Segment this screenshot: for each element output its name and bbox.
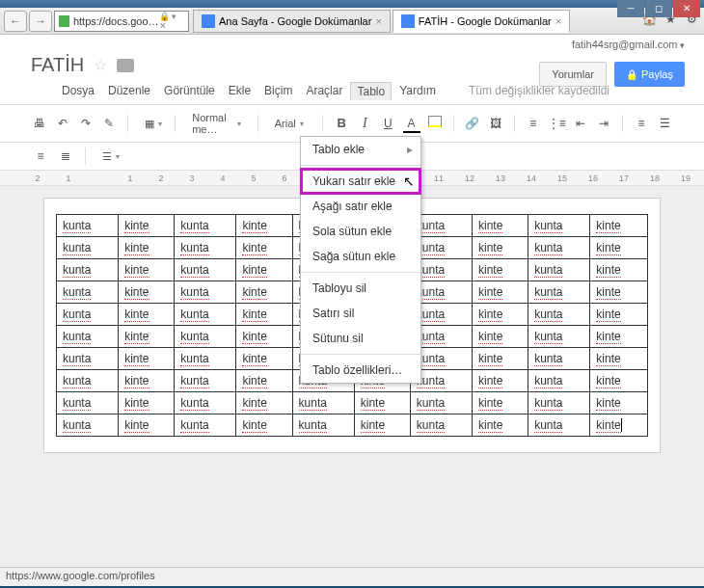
table-cell[interactable]: kunta <box>57 414 119 437</box>
paint-format-icon[interactable]: ✎ <box>100 114 118 133</box>
table-cell[interactable]: kunta <box>175 370 236 392</box>
font-select[interactable]: Arial <box>268 115 313 132</box>
menu-item[interactable]: Satırı sil <box>301 301 420 326</box>
window-close[interactable]: ✕ <box>673 0 700 17</box>
table-cell[interactable]: kunta <box>528 370 590 392</box>
table-cell[interactable]: kinte <box>119 215 175 237</box>
table-cell[interactable]: kinte <box>236 237 292 259</box>
table-cell[interactable]: kunta <box>57 370 119 392</box>
table-cell[interactable]: kinte <box>590 237 648 259</box>
image-icon[interactable]: 🖼 <box>487 114 504 133</box>
table-cell[interactable]: kunta <box>175 326 236 348</box>
table-cell[interactable]: kinte <box>590 370 648 392</box>
table-cell[interactable]: kunta <box>57 392 119 414</box>
table-cell[interactable]: kinte <box>473 326 528 348</box>
table-cell[interactable]: kunta <box>292 414 354 437</box>
table-cell[interactable]: kunta <box>175 304 236 326</box>
document-title[interactable]: FATİH <box>31 54 84 76</box>
menu-item[interactable]: Tablo ekle <box>301 137 420 162</box>
table-cell[interactable]: kinte <box>354 414 410 437</box>
menu-ekle[interactable]: Ekle <box>229 84 251 98</box>
table-cell[interactable]: kunta <box>528 392 590 414</box>
browser-tab[interactable]: FATİH - Google Dokümanlar× <box>393 10 570 33</box>
table-cell[interactable]: kinte <box>119 392 175 414</box>
menu-araçlar[interactable]: Araçlar <box>306 84 342 98</box>
table-cell[interactable]: kinte <box>236 281 292 304</box>
table-cell[interactable]: kunta <box>528 215 590 237</box>
table-cell[interactable]: kinte <box>119 259 175 281</box>
print-icon[interactable]: 🖶 <box>31 114 48 133</box>
nav-forward[interactable]: → <box>29 11 52 32</box>
table-cell[interactable]: kinte <box>119 348 175 370</box>
table-cell[interactable]: kinte <box>590 281 648 304</box>
outdent-icon[interactable]: ⇤ <box>572 114 589 133</box>
table-cell[interactable]: kunta <box>57 326 119 348</box>
table-cell[interactable]: kunta <box>175 237 236 259</box>
table-cell[interactable]: kinte <box>473 414 528 437</box>
table-cell[interactable]: kinte <box>590 326 648 348</box>
table-cell[interactable]: kinte <box>119 304 175 326</box>
menu-dosya[interactable]: Dosya <box>62 84 95 98</box>
star-icon[interactable]: ☆ <box>94 56 107 74</box>
table-cell[interactable]: kinte <box>236 304 292 326</box>
table-cell[interactable]: kunta <box>175 392 236 414</box>
menu-biçim[interactable]: Biçim <box>264 84 292 98</box>
user-email[interactable]: fatih44srg@gmail.com <box>572 39 685 50</box>
table-cell[interactable]: kinte <box>473 215 528 237</box>
folder-icon[interactable] <box>117 59 134 72</box>
table-cell[interactable]: kinte <box>473 237 528 259</box>
table-cell[interactable]: kinte <box>473 370 528 392</box>
numbered-list-icon[interactable]: ≡ <box>525 114 542 133</box>
table-cell[interactable]: kinte <box>590 304 648 326</box>
table-cell[interactable]: kinte <box>590 215 648 237</box>
table-cell[interactable]: kunta <box>410 414 472 437</box>
table-cell[interactable]: kunta <box>528 304 590 326</box>
table-cell[interactable]: kunta <box>410 392 472 414</box>
table-cell[interactable]: kinte <box>473 281 528 304</box>
highlight-button[interactable] <box>426 114 444 133</box>
table-cell[interactable]: kunta <box>175 259 236 281</box>
tab-close-icon[interactable]: × <box>555 15 561 27</box>
indent-icon[interactable]: ⇥ <box>595 114 612 133</box>
table-cell[interactable]: kunta <box>57 304 119 326</box>
menu-item[interactable]: Tablo özellikleri… <box>301 358 420 383</box>
table-cell[interactable]: kunta <box>528 326 590 348</box>
table-cell[interactable]: kinte <box>119 281 175 304</box>
menu-item[interactable]: Sağa sütun ekle <box>301 244 420 269</box>
menu-item[interactable]: Aşağı satır ekle <box>301 194 420 219</box>
align2-icon[interactable]: ≣ <box>56 147 75 166</box>
table-cell[interactable]: kinte <box>119 370 175 392</box>
table-cell[interactable]: kinte <box>236 215 292 237</box>
underline-button[interactable]: U <box>379 114 396 133</box>
align-left-icon[interactable]: ≡ <box>633 114 650 133</box>
menu-item[interactable]: Tabloyu sil <box>301 276 420 301</box>
table-cell[interactable]: kinte <box>119 414 175 437</box>
table-cell[interactable]: kinte <box>473 348 528 370</box>
table-cell[interactable]: kinte​ <box>590 414 648 437</box>
table-cell[interactable]: kinte <box>236 414 292 437</box>
zoom-select[interactable]: ▦ <box>138 115 165 133</box>
align-justify-icon[interactable]: ☰ <box>656 114 673 133</box>
table-cell[interactable]: kunta <box>528 237 590 259</box>
url-actions[interactable]: 🔒 ▾ ✕ <box>159 12 184 31</box>
browser-tab[interactable]: Ana Sayfa - Google Dokümanlar× <box>193 10 391 33</box>
table-cell[interactable]: kunta <box>528 414 590 437</box>
tab-close-icon[interactable]: × <box>375 15 381 27</box>
table-cell[interactable]: kinte <box>236 370 292 392</box>
menu-düzenle[interactable]: Düzenle <box>108 84 150 98</box>
table-cell[interactable]: kinte <box>473 259 528 281</box>
table-cell[interactable]: kinte <box>119 326 175 348</box>
window-maximize[interactable]: ◻ <box>645 0 672 17</box>
table-cell[interactable]: kunta <box>528 281 590 304</box>
menu-görüntüle[interactable]: Görüntüle <box>164 84 215 98</box>
table-cell[interactable]: kunta <box>175 348 236 370</box>
menu-tablo[interactable]: Tablo <box>350 82 392 100</box>
table-cell[interactable]: kinte <box>590 348 648 370</box>
table-cell[interactable]: kinte <box>590 259 648 281</box>
window-minimize[interactable]: ─ <box>617 0 644 17</box>
address-bar[interactable]: https://docs.goo… 🔒 ▾ ✕ <box>54 11 189 32</box>
table-cell[interactable]: kinte <box>236 259 292 281</box>
table-cell[interactable]: kinte <box>236 326 292 348</box>
bulleted-list-icon[interactable]: ⋮≡ <box>548 114 566 133</box>
table-cell[interactable]: kunta <box>528 259 590 281</box>
